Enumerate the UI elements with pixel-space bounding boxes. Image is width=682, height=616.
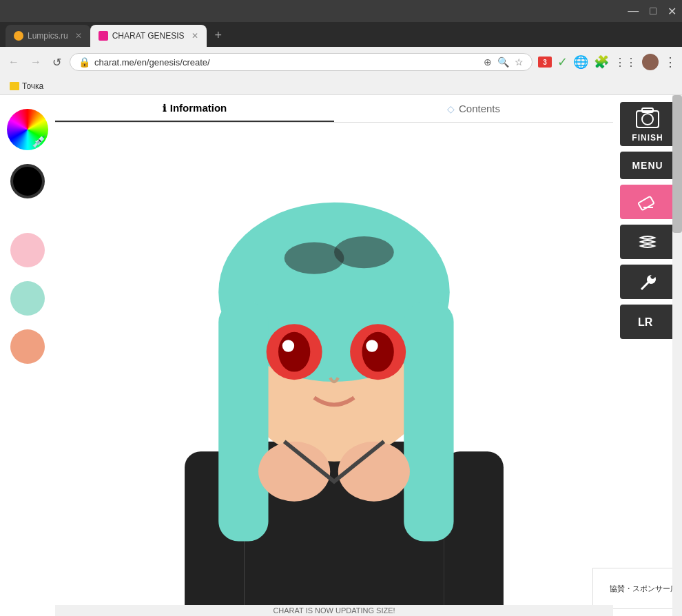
menu-button[interactable]: MENU — [620, 152, 675, 179]
page-tabs: ℹ Information ◇ Contents — [55, 95, 613, 123]
eyedropper-icon: 💉 — [32, 134, 47, 149]
maximize-button[interactable]: □ — [650, 5, 657, 17]
eraser-icon — [638, 192, 657, 212]
extensions-icon[interactable]: 🧩 — [594, 54, 609, 70]
tab-charat[interactable]: CHARAT GENESIS ✕ — [90, 25, 207, 47]
globe-icon: 🌐 — [573, 54, 588, 70]
url-bar[interactable]: 🔒 charat.me/en/genesis/create/ ⊕ 🔍 ☆ — [70, 53, 533, 71]
svg-point-14 — [334, 236, 394, 268]
svg-rect-11 — [218, 302, 268, 541]
url-actions: ⊕ 🔍 ☆ — [484, 57, 524, 68]
layers-icon — [638, 232, 657, 251]
url-text: charat.me/en/genesis/create/ — [94, 57, 479, 68]
menu-label: MENU — [632, 160, 663, 171]
tab-charat-close[interactable]: ✕ — [192, 31, 198, 41]
bookmarks-bar: Точка — [0, 77, 682, 95]
menu-dots[interactable]: ⋮ — [664, 54, 676, 70]
lock-icon: 🔒 — [79, 57, 90, 68]
bookmark-tochka[interactable]: Точка — [6, 80, 48, 92]
svg-point-58 — [642, 114, 653, 125]
tab-lumpics[interactable]: Lumpics.ru ✕ — [6, 25, 90, 47]
address-bar: ← → ↺ 🔒 charat.me/en/genesis/create/ ⊕ 🔍… — [0, 47, 682, 77]
lr-tool-button[interactable]: LR — [620, 305, 675, 339]
tab-lumpics-label: Lumpics.ru — [28, 31, 68, 41]
title-bar: — □ ✕ — [0, 0, 682, 22]
scrollbar-thumb[interactable] — [672, 95, 682, 233]
character-display: (C)2020 CHARAT SAVED — [55, 123, 613, 616]
svg-rect-12 — [404, 302, 453, 541]
bookmark-label: Точка — [22, 81, 43, 91]
color-dot-pink[interactable] — [10, 233, 45, 267]
wrench-tool-button[interactable] — [620, 265, 675, 299]
lumpics-favicon — [14, 31, 23, 41]
lr-icon: LR — [637, 314, 659, 330]
reload-button[interactable]: ↺ — [50, 53, 64, 72]
svg-point-18 — [362, 332, 393, 372]
new-tab-button[interactable]: + — [207, 24, 231, 47]
share-icon[interactable]: ⊕ — [484, 57, 492, 68]
profile-avatar[interactable] — [642, 54, 659, 70]
tab-information[interactable]: ℹ Information — [55, 95, 334, 122]
tab-contents[interactable]: ◇ Contents — [334, 95, 613, 122]
diamond-icon: ◇ — [447, 103, 455, 114]
charat-favicon — [99, 31, 108, 41]
wrench-icon — [638, 272, 657, 291]
shield-icon: ✓ — [557, 54, 568, 70]
sponsor-text: 協賛・スポンサー広告 — [610, 584, 682, 594]
minimize-button[interactable]: — — [628, 5, 639, 17]
browser-toolbar-icons: 3 ✓ 🌐 🧩 ⋮⋮ ⋮ — [538, 54, 676, 70]
tab-bar: Lumpics.ru ✕ CHARAT GENESIS ✕ + — [0, 22, 682, 47]
title-bar-buttons[interactable]: — □ ✕ — [628, 5, 676, 18]
svg-point-13 — [285, 243, 344, 274]
svg-point-17 — [278, 332, 310, 372]
star-icon[interactable]: ☆ — [515, 57, 524, 68]
finish-button[interactable]: FINISH — [620, 102, 675, 146]
finish-label: FINISH — [632, 133, 663, 143]
tab-contents-label: Contents — [459, 103, 500, 114]
browser-chrome: — □ ✕ Lumpics.ru ✕ CHARAT GENESIS ✕ + ← … — [0, 0, 682, 95]
left-panel: 💉 — [0, 95, 55, 616]
back-button[interactable]: ← — [6, 53, 22, 71]
zoom-icon[interactable]: 🔍 — [497, 57, 509, 68]
color-wheel-container[interactable]: 💉 — [7, 109, 48, 150]
svg-text:LR: LR — [638, 316, 653, 328]
close-button[interactable]: ✕ — [668, 5, 676, 18]
svg-point-19 — [282, 340, 294, 351]
layers-tool-button[interactable] — [620, 225, 675, 259]
color-dot-teal[interactable] — [10, 281, 45, 316]
eraser-tool-button[interactable] — [620, 185, 675, 219]
tab-charat-label: CHARAT GENESIS — [112, 31, 185, 41]
right-panel: FINISH MENU — [613, 95, 682, 616]
main-content: 💉 ℹ Information ◇ Contents — [0, 95, 682, 616]
color-black-circle[interactable] — [10, 164, 45, 198]
center-panel: ℹ Information ◇ Contents — [55, 95, 613, 616]
color-dot-orange[interactable] — [10, 329, 45, 364]
character-svg — [55, 123, 613, 616]
scrollbar[interactable] — [672, 95, 682, 616]
svg-point-20 — [366, 340, 378, 351]
bookmark-folder-icon — [10, 82, 19, 90]
tab-lumpics-close[interactable]: ✕ — [75, 31, 82, 41]
tab-spacer — [230, 22, 682, 47]
extension-icon[interactable]: 3 — [538, 57, 552, 68]
tab-information-label: Information — [170, 102, 227, 114]
profile-menu-icon[interactable]: ⋮⋮ — [614, 56, 637, 69]
camera-icon — [635, 105, 660, 130]
forward-button[interactable]: → — [28, 53, 44, 71]
svg-rect-60 — [638, 196, 654, 210]
info-icon: ℹ — [163, 103, 166, 114]
bottom-notice: CHARAT IS NOW UPDATING SIZE! — [55, 605, 613, 616]
